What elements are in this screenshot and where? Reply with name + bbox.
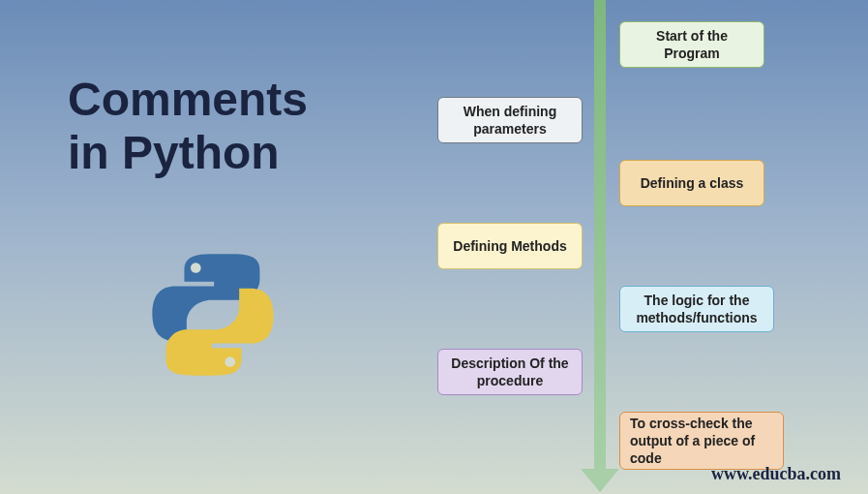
step-label: When defining parameters xyxy=(448,103,572,138)
step-label: Start of the Program xyxy=(630,27,754,62)
step-label: To cross-check the output of a piece of … xyxy=(630,415,773,468)
step-label: Defining Methods xyxy=(453,237,566,255)
step-box-defining-class: Defining a class xyxy=(619,160,764,206)
step-box-cross-check: To cross-check the output of a piece of … xyxy=(619,412,784,470)
step-label: Defining a class xyxy=(641,174,744,192)
step-box-logic-methods: The logic for the methods/functions xyxy=(619,286,774,332)
title-line2: in Python xyxy=(68,127,280,178)
step-label: Description Of the procedure xyxy=(448,355,572,389)
step-label: The logic for the methods/functions xyxy=(630,292,763,326)
footer-url: www.educba.com xyxy=(711,464,841,484)
step-box-description-procedure: Description Of the procedure xyxy=(437,349,583,395)
svg-point-0 xyxy=(191,262,201,273)
python-logo-icon xyxy=(150,252,276,378)
timeline-arrow-head-icon xyxy=(581,469,619,492)
page-title: Comments in Python xyxy=(68,73,308,179)
title-line1: Comments xyxy=(68,74,308,125)
svg-point-1 xyxy=(224,356,235,367)
step-box-defining-methods: Defining Methods xyxy=(437,223,583,269)
timeline-arrow-line xyxy=(594,0,606,475)
step-box-start-program: Start of the Program xyxy=(619,21,764,68)
step-box-defining-parameters: When defining parameters xyxy=(437,97,583,143)
